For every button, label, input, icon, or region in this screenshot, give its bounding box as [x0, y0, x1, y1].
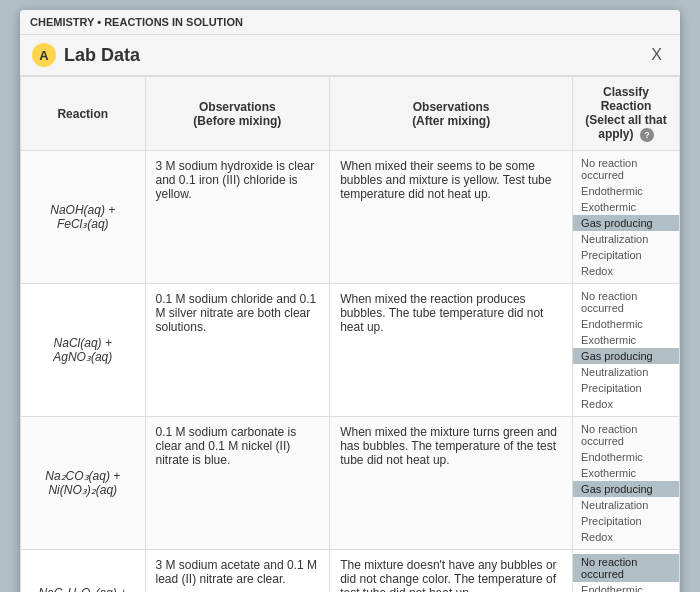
classify-option[interactable]: Redox — [573, 396, 679, 412]
col-before: Observations(Before mixing) — [145, 77, 330, 151]
classify-option[interactable]: Precipitation — [573, 513, 679, 529]
classify-cell: No reaction occurredEndothermicExothermi… — [573, 550, 680, 593]
before-cell: 3 M sodium acetate and 0.1 M lead (II) n… — [145, 550, 330, 593]
classify-option[interactable]: No reaction occurred — [573, 155, 679, 183]
close-button[interactable]: X — [645, 44, 668, 66]
classify-option[interactable]: No reaction occurred — [573, 554, 679, 582]
classify-option[interactable]: Endothermic — [573, 183, 679, 199]
classify-option[interactable]: Endothermic — [573, 316, 679, 332]
classify-option[interactable]: Neutralization — [573, 497, 679, 513]
after-cell: When mixed the mixture turns green and h… — [330, 417, 573, 550]
after-cell: When mixed their seems to be some bubble… — [330, 151, 573, 284]
reaction-cell: Na₂CO₃(aq) + Ni(NO₃)₂(aq) — [21, 417, 146, 550]
classify-option[interactable]: Exothermic — [573, 199, 679, 215]
after-cell: The mixture doesn't have any bubbles or … — [330, 550, 573, 593]
main-window: CHEMISTRY • REACTIONS IN SOLUTION A Lab … — [20, 10, 680, 592]
table-header-row: Reaction Observations(Before mixing) Obs… — [21, 77, 680, 151]
lab-data-table: Reaction Observations(Before mixing) Obs… — [20, 76, 680, 592]
section-title: REACTIONS IN SOLUTION — [104, 16, 243, 28]
classify-option[interactable]: Gas producing — [573, 215, 679, 231]
table-container: Reaction Observations(Before mixing) Obs… — [20, 76, 680, 592]
classify-option[interactable]: Endothermic — [573, 449, 679, 465]
before-cell: 0.1 M sodium carbonate is clear and 0.1 … — [145, 417, 330, 550]
classify-option[interactable]: Neutralization — [573, 231, 679, 247]
header-icon: A — [32, 43, 56, 67]
table-row: NaOH(aq) + FeCl₃(aq)3 M sodium hydroxide… — [21, 151, 680, 284]
col-classify: Classify Reaction(Select all that apply)… — [573, 77, 680, 151]
table-row: NaCl(aq) + AgNO₃(aq)0.1 M sodium chlorid… — [21, 284, 680, 417]
classify-option[interactable]: Redox — [573, 529, 679, 545]
classify-list: No reaction occurredEndothermicExothermi… — [573, 284, 679, 416]
help-icon[interactable]: ? — [640, 128, 654, 142]
classify-list: No reaction occurredEndothermicExothermi… — [573, 151, 679, 283]
classify-option[interactable]: Gas producing — [573, 348, 679, 364]
classify-list: No reaction occurredEndothermicExothermi… — [573, 417, 679, 549]
classify-option[interactable]: Exothermic — [573, 465, 679, 481]
header-left: A Lab Data — [32, 43, 140, 67]
before-cell: 0.1 M sodium chloride and 0.1 M silver n… — [145, 284, 330, 417]
dialog-header: A Lab Data X — [20, 35, 680, 76]
reaction-cell: NaCl(aq) + AgNO₃(aq) — [21, 284, 146, 417]
top-bar: CHEMISTRY • REACTIONS IN SOLUTION — [20, 10, 680, 35]
reaction-cell: NaOH(aq) + FeCl₃(aq) — [21, 151, 146, 284]
classify-option[interactable]: No reaction occurred — [573, 288, 679, 316]
classify-option[interactable]: Redox — [573, 263, 679, 279]
app-title: CHEMISTRY • REACTIONS IN SOLUTION — [30, 16, 243, 28]
classify-option[interactable]: Precipitation — [573, 380, 679, 396]
classify-option[interactable]: Neutralization — [573, 364, 679, 380]
classify-option[interactable]: Precipitation — [573, 247, 679, 263]
classify-option[interactable]: No reaction occurred — [573, 421, 679, 449]
col-after: Observations(After mixing) — [330, 77, 573, 151]
classify-list: No reaction occurredEndothermicExothermi… — [573, 550, 679, 592]
table-row: NaC₂H₃O₂(aq) + Pb(NO₃)₂(aq)3 M sodium ac… — [21, 550, 680, 593]
classify-cell: No reaction occurredEndothermicExothermi… — [573, 284, 680, 417]
classify-option[interactable]: Exothermic — [573, 332, 679, 348]
classify-option[interactable]: Endothermic — [573, 582, 679, 592]
table-row: Na₂CO₃(aq) + Ni(NO₃)₂(aq)0.1 M sodium ca… — [21, 417, 680, 550]
app-prefix: CHEMISTRY — [30, 16, 94, 28]
classify-option[interactable]: Gas producing — [573, 481, 679, 497]
after-cell: When mixed the reaction produces bubbles… — [330, 284, 573, 417]
before-cell: 3 M sodium hydroxide is clear and 0.1 ir… — [145, 151, 330, 284]
classify-cell: No reaction occurredEndothermicExothermi… — [573, 151, 680, 284]
reaction-cell: NaC₂H₃O₂(aq) + Pb(NO₃)₂(aq) — [21, 550, 146, 593]
classify-cell: No reaction occurredEndothermicExothermi… — [573, 417, 680, 550]
dialog-title: Lab Data — [64, 45, 140, 66]
col-reaction: Reaction — [21, 77, 146, 151]
